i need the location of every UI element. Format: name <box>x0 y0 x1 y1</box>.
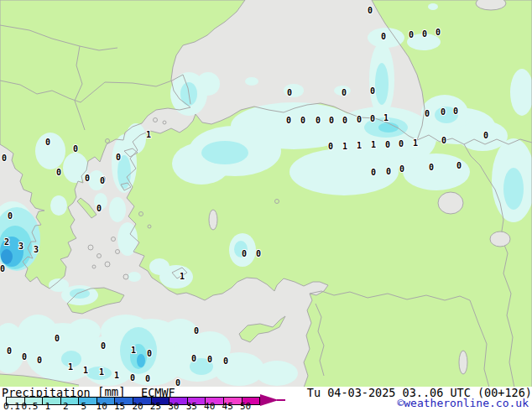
legend-scale-label: 45 <box>222 403 233 411</box>
precip-value: 0 <box>8 211 13 221</box>
precip-value: 0 <box>386 167 391 176</box>
precip-value: 0 <box>342 88 347 97</box>
legend-scale-label: 0.5 <box>21 403 38 411</box>
weather-map-page: 0000000000000000001011100100000001000000… <box>0 0 532 411</box>
precip-value: 0 <box>0 264 5 273</box>
precip-value: 0 <box>55 334 60 343</box>
precip-value: 0 <box>328 142 333 151</box>
precip-value: 0 <box>409 30 414 39</box>
map-area: 0000000000000000001011100100000001000000… <box>0 0 532 388</box>
precip-value: 1 <box>180 272 185 281</box>
legend-scale-label: 15 <box>114 403 125 411</box>
precip-value: 1 <box>146 130 151 139</box>
precip-value: 1 <box>83 366 88 375</box>
legend-arrow-tail <box>277 399 285 401</box>
precip-value: 0 <box>371 168 376 177</box>
precip-value: 0 <box>287 88 292 97</box>
precip-value: 0 <box>7 346 12 356</box>
precip-value: 1 <box>342 142 347 151</box>
precip-value: 0 <box>329 116 334 125</box>
legend-scale-label: 1 <box>45 403 51 411</box>
precip-value: 0 <box>385 140 390 149</box>
precip-value: 3 <box>34 245 39 254</box>
precip-value: 0 <box>85 174 90 183</box>
precip-value: 0 <box>22 352 27 362</box>
precip-value: 0 <box>286 116 291 125</box>
precip-max-layer <box>1 249 13 264</box>
precip-value: 0 <box>429 163 434 172</box>
legend-scale-label: 25 <box>150 403 161 411</box>
precip-value: 0 <box>381 32 386 41</box>
precip-value: 1 <box>114 371 119 380</box>
precip-value: 0 <box>73 144 78 153</box>
legend-scale-label: 40 <box>204 403 215 411</box>
legend-scale-label: 10 <box>96 403 107 411</box>
precip-value: 0 <box>357 115 362 124</box>
legend-scale-label: 5 <box>81 403 86 411</box>
precip-value: 1 <box>383 113 389 122</box>
legend-scale-label: 50 <box>240 403 251 411</box>
precip-value: 0 <box>316 116 321 125</box>
legend-scale-label: 0.1 <box>3 403 20 411</box>
precip-value: 0 <box>191 354 196 363</box>
precip-value: 0 <box>256 249 261 258</box>
precip-value: 2 <box>4 237 9 247</box>
precip-value: 0 <box>300 116 305 125</box>
precip-value: 0 <box>56 168 61 177</box>
precip-value: 1 <box>357 141 362 150</box>
precipitation-map: 0000000000000000001011100100000001000000… <box>0 0 532 388</box>
precip-value: 0 <box>399 139 404 148</box>
precip-value: 0 <box>483 131 488 140</box>
precip-value: 0 <box>147 349 152 358</box>
legend-strip: Precipitation [mm] ECMWF 0.10.5125101520… <box>0 387 532 411</box>
precip-value: 0 <box>207 355 212 364</box>
legend-scale-label: 35 <box>186 403 197 411</box>
precip-value: 0 <box>2 153 7 163</box>
precip-value: 0 <box>453 107 458 116</box>
precip-value: 1 <box>371 140 376 149</box>
precip-value: 0 <box>116 153 121 162</box>
precip-value: 0 <box>422 29 427 39</box>
precip-value: 0 <box>194 326 199 336</box>
precip-value: 0 <box>399 164 404 174</box>
precip-value: 0 <box>242 249 247 258</box>
precip-value: 0 <box>145 374 150 383</box>
precip-value: 0 <box>436 28 441 37</box>
precip-value: 0 <box>130 373 135 382</box>
precip-value: 0 <box>342 116 347 125</box>
precip-value: 0 <box>441 107 446 117</box>
precip-value: 0 <box>96 204 102 213</box>
precip-value: 1 <box>413 138 418 148</box>
precip-value: 0 <box>456 161 462 170</box>
precip-value: 0 <box>370 114 375 123</box>
precip-value: 3 <box>18 242 23 251</box>
legend-scale-label: 30 <box>168 403 179 411</box>
precip-value: 0 <box>368 6 373 15</box>
precip-value: 1 <box>99 367 104 377</box>
precip-value: 0 <box>101 341 106 351</box>
precip-value: 1 <box>68 362 73 372</box>
precip-value: 0 <box>425 109 430 118</box>
precip-value: 0 <box>45 138 50 147</box>
precip-value: 0 <box>370 86 375 96</box>
precip-value: 0 <box>37 356 42 365</box>
legend-scale-label: 2 <box>63 403 69 411</box>
precip-value: 1 <box>131 346 136 355</box>
precip-value: 0 <box>100 176 105 185</box>
precip-value: 0 <box>223 356 228 366</box>
legend-scale-label: 20 <box>132 403 143 411</box>
copyright-link[interactable]: ©weatheronline.co.uk <box>397 397 529 409</box>
precip-value: 0 <box>441 136 446 145</box>
